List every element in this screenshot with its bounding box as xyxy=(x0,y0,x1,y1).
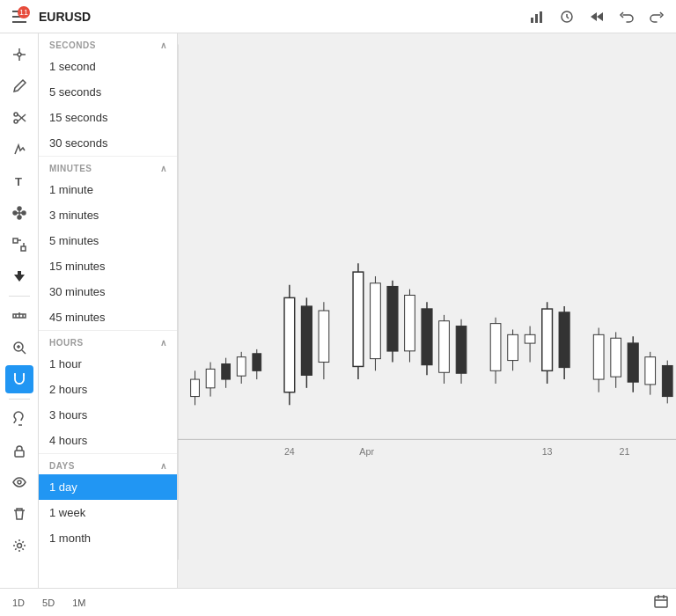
redo-icon[interactable] xyxy=(644,4,669,29)
svg-rect-69 xyxy=(439,321,450,373)
timeframe-item-45-minutes[interactable]: 45 minutes xyxy=(39,304,177,330)
svg-rect-51 xyxy=(253,354,261,371)
svg-point-18 xyxy=(18,207,21,210)
sidebar-node[interactable] xyxy=(5,199,33,227)
chart-type-icon[interactable] xyxy=(525,4,549,29)
sidebar-measure[interactable] xyxy=(5,302,33,330)
sidebar-settings[interactable] xyxy=(5,532,33,560)
timeframe-item-1-second[interactable]: 1 second xyxy=(39,54,177,79)
svg-rect-75 xyxy=(508,334,518,360)
sidebar-lock[interactable] xyxy=(5,436,33,465)
sidebar-eye[interactable] xyxy=(5,468,33,496)
sidebar-pencil[interactable] xyxy=(5,72,33,100)
symbol-label: EURUSD xyxy=(39,10,91,24)
timeframe-item-15-seconds[interactable]: 15 seconds xyxy=(39,105,177,130)
svg-rect-2 xyxy=(540,11,542,23)
sidebar-divider-2 xyxy=(9,399,30,400)
svg-point-19 xyxy=(18,216,21,219)
indicator-icon[interactable] xyxy=(555,4,579,29)
timeframe-item-1-day[interactable]: 1 day xyxy=(39,474,177,500)
svg-point-10 xyxy=(18,53,21,56)
left-sidebar: T xyxy=(0,33,39,588)
chevron-minutes[interactable]: ∧ xyxy=(160,164,167,173)
sidebar-arrow-down[interactable] xyxy=(5,262,33,290)
svg-marker-4 xyxy=(591,12,597,21)
timeframe-item-3-hours[interactable]: 3 hours xyxy=(39,402,177,428)
section-seconds: SECONDS∧ xyxy=(39,33,177,54)
svg-rect-79 xyxy=(542,309,553,370)
chevron-days[interactable]: ∧ xyxy=(160,461,167,471)
svg-rect-67 xyxy=(422,309,432,364)
timeframe-1d[interactable]: 1D xyxy=(7,595,30,611)
sidebar-connector[interactable] xyxy=(5,231,33,259)
svg-rect-23 xyxy=(21,246,26,251)
timeframe-item-1-month[interactable]: 1 month xyxy=(39,525,177,551)
svg-line-32 xyxy=(22,350,26,354)
timeframe-5d[interactable]: 5D xyxy=(37,595,60,611)
svg-rect-43 xyxy=(191,379,200,397)
svg-point-40 xyxy=(17,544,21,548)
timeframe-item-5-minutes[interactable]: 5 minutes xyxy=(39,228,177,253)
timeframe-item-3-minutes[interactable]: 3 minutes xyxy=(39,202,177,228)
svg-rect-81 xyxy=(559,312,569,367)
section-days: DAYS∧ xyxy=(39,453,177,474)
svg-rect-47 xyxy=(222,364,231,380)
svg-rect-57 xyxy=(319,311,329,363)
svg-rect-85 xyxy=(611,338,621,377)
svg-point-17 xyxy=(22,211,26,215)
chevron-hours[interactable]: ∧ xyxy=(160,338,167,348)
timeframe-item-1-week[interactable]: 1 week xyxy=(39,500,177,525)
svg-text:Apr: Apr xyxy=(359,446,374,457)
timeframe-item-5-seconds[interactable]: 5 seconds xyxy=(39,79,177,105)
timeframe-item-30-seconds[interactable]: 30 seconds xyxy=(39,130,177,156)
timeframe-item-30-minutes[interactable]: 30 minutes xyxy=(39,279,177,304)
svg-point-11 xyxy=(14,113,18,116)
timeframe-item-2-hours[interactable]: 2 hours xyxy=(39,377,177,402)
chart-area: 24 Apr 13 21 xyxy=(178,33,676,588)
svg-text:24: 24 xyxy=(284,446,295,457)
timeframe-item-15-minutes[interactable]: 15 minutes xyxy=(39,253,177,279)
timeframe-dropdown: SECONDS∧1 second5 seconds15 seconds30 se… xyxy=(39,33,178,588)
timeframe-item-1-minute[interactable]: 1 minute xyxy=(39,177,177,202)
header-icons xyxy=(525,4,669,29)
svg-marker-5 xyxy=(597,12,603,21)
svg-rect-45 xyxy=(206,369,215,387)
svg-rect-63 xyxy=(387,287,398,351)
section-hours: HOURS∧ xyxy=(39,330,177,351)
svg-marker-26 xyxy=(14,271,25,282)
main-area: T xyxy=(0,33,676,588)
svg-rect-55 xyxy=(302,306,312,375)
sidebar-zoom-in[interactable] xyxy=(5,334,33,362)
timeframe-1m[interactable]: 1M xyxy=(67,595,91,611)
svg-text:T: T xyxy=(15,175,22,188)
hamburger-button[interactable]: 11 xyxy=(7,4,32,29)
svg-rect-71 xyxy=(456,326,467,374)
svg-rect-61 xyxy=(371,283,381,359)
svg-rect-59 xyxy=(353,272,364,366)
sidebar-paint[interactable] xyxy=(5,405,33,433)
fast-back-icon[interactable] xyxy=(584,4,609,29)
svg-rect-73 xyxy=(490,324,501,371)
undo-icon[interactable] xyxy=(614,4,639,29)
sidebar-divider-1 xyxy=(9,296,30,297)
notification-badge: 11 xyxy=(18,6,30,18)
sidebar-crosshair[interactable] xyxy=(5,40,33,69)
bottom-calendar-icon[interactable] xyxy=(653,593,669,612)
svg-rect-89 xyxy=(645,357,656,385)
svg-rect-53 xyxy=(284,297,295,392)
chevron-seconds[interactable]: ∧ xyxy=(160,40,167,50)
svg-rect-0 xyxy=(531,18,533,23)
svg-rect-38 xyxy=(15,451,24,457)
timeframe-item-4-hours[interactable]: 4 hours xyxy=(39,428,177,453)
sidebar-trash[interactable] xyxy=(5,500,33,528)
sidebar-scissors[interactable] xyxy=(5,104,33,132)
svg-point-16 xyxy=(13,211,17,215)
header: 11 EURUSD xyxy=(0,0,676,33)
sidebar-pen[interactable] xyxy=(5,136,33,164)
svg-rect-65 xyxy=(405,295,415,350)
sidebar-magnet[interactable] xyxy=(5,365,33,393)
bottom-bar: 1D 5D 1M xyxy=(0,588,676,616)
sidebar-text[interactable]: T xyxy=(5,167,33,195)
svg-rect-77 xyxy=(525,334,535,343)
timeframe-item-1-hour[interactable]: 1 hour xyxy=(39,351,177,377)
